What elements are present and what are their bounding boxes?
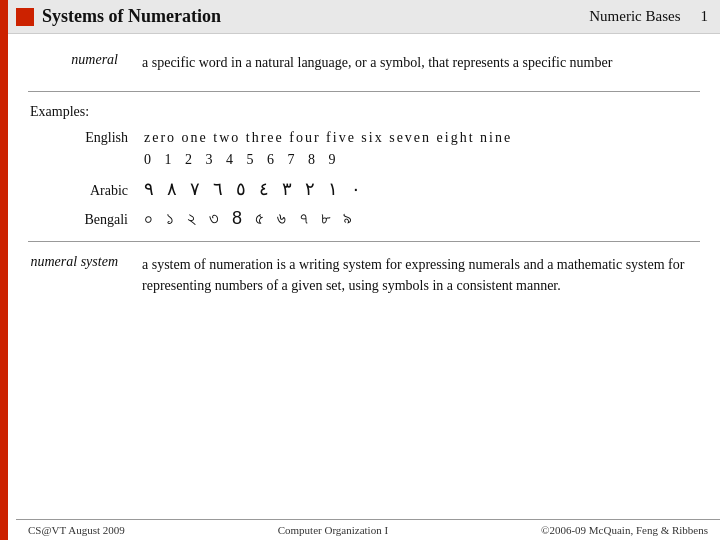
- term-numeral: numeral: [28, 52, 118, 73]
- english-digits: 0 1 2 3 4 5 6 7 8 9: [144, 152, 341, 168]
- footer-left: CS@VT August 2009: [28, 524, 125, 536]
- header-subtitle: Numeric Bases: [589, 8, 680, 25]
- red-square-icon: [16, 8, 34, 26]
- numeral-system-row: numeral system a system of numeration is…: [28, 254, 700, 296]
- bengali-label: Bengali: [38, 212, 128, 228]
- arabic-label: Arabic: [38, 183, 128, 199]
- english-label: English: [38, 130, 128, 146]
- page-wrapper: Systems of Numeration Numeric Bases 1 nu…: [0, 0, 720, 540]
- header: Systems of Numeration Numeric Bases 1: [8, 0, 720, 34]
- numeral-system-text: a system of numeration is a writing syst…: [142, 254, 700, 296]
- arabic-row: Arabic ٠ ١ ٢ ٣ ٤ ٥ ٦ ٧ ٨ ٩: [38, 178, 700, 200]
- footer-center: Computer Organization I: [278, 524, 388, 536]
- bengali-symbols: ০ ১ ২ ৩ 8 ৫ ৬ ৭ ৮ ৯: [144, 208, 356, 229]
- header-left: Systems of Numeration: [16, 6, 221, 27]
- definition-text: a specific word in a natural language, o…: [142, 52, 612, 73]
- term-numeral-system: numeral system: [28, 254, 118, 296]
- definition-row: numeral a specific word in a natural lan…: [28, 52, 700, 73]
- footer: CS@VT August 2009 Computer Organization …: [16, 519, 720, 540]
- footer-right: ©2006-09 McQuain, Feng & Ribbens: [541, 524, 708, 536]
- header-right: Numeric Bases 1: [589, 8, 708, 25]
- digits-row: 0 1 2 3 4 5 6 7 8 9: [144, 152, 700, 168]
- page-title: Systems of Numeration: [42, 6, 221, 27]
- bengali-row: Bengali ০ ১ ২ ৩ 8 ৫ ৬ ৭ ৮ ৯: [38, 208, 700, 229]
- main-content: numeral a specific word in a natural lan…: [8, 34, 720, 306]
- examples-block: English zero one two three four five six…: [38, 130, 700, 229]
- divider-bottom: [28, 241, 700, 242]
- examples-label: Examples:: [30, 104, 700, 120]
- english-words-row: English zero one two three four five six…: [38, 130, 700, 146]
- arabic-symbols: ٠ ١ ٢ ٣ ٤ ٥ ٦ ٧ ٨ ٩: [144, 178, 365, 200]
- divider-top: [28, 91, 700, 92]
- english-words: zero one two three four five six seven e…: [144, 130, 512, 146]
- header-page-number: 1: [701, 8, 709, 25]
